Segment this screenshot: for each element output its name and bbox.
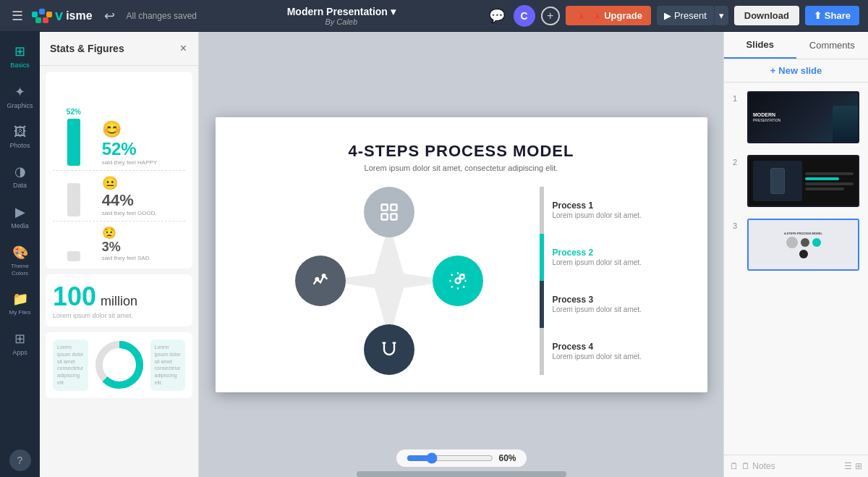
sidebar-item-media[interactable]: ▶ Media [2,198,38,236]
slide-preview-1[interactable]: MODERN PRESENTATION [747,91,859,143]
present-dropdown-button[interactable]: ▾ [714,6,728,25]
add-collaborator-button[interactable]: + [541,7,560,25]
saved-status: All changes saved [127,11,197,21]
topbar-center: Modern Presentation ▾ By Caleb [204,6,479,26]
list-view-button[interactable]: ☰ [844,461,852,471]
panel-header: Stats & Figures × [40,32,198,66]
new-slide-button[interactable]: + New slide [724,59,868,83]
svg-rect-10 [381,214,387,219]
process-item-4[interactable]: Process 4 Lorem ipsum dolor sit amet. [553,339,690,363]
help-button[interactable]: ? [9,449,31,471]
circle-right[interactable] [433,256,483,306]
stat-percent-happy-text: 52% [102,139,185,159]
neutral-icon: 😐 [102,175,185,191]
share-icon: ⬆ [814,10,822,21]
process-title-3: Process 3 [553,295,690,305]
apps-icon: ⊞ [14,331,25,347]
svg-point-14 [455,278,460,283]
sad-icon: 😟 [102,226,185,240]
slides-tabs: Slides Comments [724,32,868,59]
view-toggle: ☰ ⊞ [844,461,862,471]
stat-label-good: said they feel GOOD. [102,210,185,216]
sidebar-item-basics[interactable]: ⊞ Basics [2,38,38,75]
sidebar-item-theme-colors[interactable]: 🎨 Theme Colors [2,239,38,282]
presentation-title[interactable]: Modern Presentation ▾ [287,6,396,17]
logo: visme [32,7,93,24]
svg-point-12 [315,277,318,280]
process-circles [233,187,545,375]
notes-button[interactable]: 🗒 🗒 Notes [730,461,775,471]
slide-canvas[interactable]: 4-STEPS PROCESS MODEL Lorem ipsum dolor … [216,117,707,392]
data-icon: ◑ [14,164,26,180]
canvas-area: 4-STEPS PROCESS MODEL Lorem ipsum dolor … [199,32,723,477]
circle-bottom[interactable] [364,324,414,375]
notes-label: 🗒 Notes [741,461,775,471]
horizontal-scrollbar[interactable] [199,471,723,477]
slide-content: Process 1 Lorem ipsum dolor sit amet. Pr… [233,187,690,375]
process-item-3[interactable]: Process 3 Lorem ipsum dolor sit amet. [553,292,690,316]
million-card[interactable]: 100 million Lorem ipsum dolor sit amet. [46,274,192,326]
sidebar-item-photos[interactable]: 🖼 Photos [2,119,38,156]
visme-logo-icon [32,9,52,23]
happy-icon: 😊 [102,120,185,139]
gear-icon [448,271,468,291]
donut-card[interactable]: Lorem ipsum dolor sit amet consectetur a… [46,332,192,398]
svg-point-13 [322,274,325,277]
circle-top[interactable] [364,187,414,237]
chart-icon [310,271,331,291]
slide-thumb-2[interactable]: 2 [730,152,862,210]
sidebar-item-my-files[interactable]: 📁 My Files [2,285,38,322]
sidebar-item-label: Apps [12,349,27,357]
menu-button[interactable]: ☰ [9,5,26,27]
cube-icon [379,202,399,222]
process-item-2[interactable]: Process 2 Lorem ipsum dolor sit amet. [553,245,690,269]
svg-rect-2 [46,12,52,17]
slide-thumb-3[interactable]: 3 4-STEPS PROCESS MODEL [730,216,862,274]
sidebar-item-apps[interactable]: ⊞ Apps [2,325,38,363]
upgrade-icon: 🔺 [574,10,586,21]
panel-content: 52% 😊 52% said they feel HAPPY � [40,66,198,477]
stat-bar-good [67,183,80,216]
panel-title: Stats & Figures [50,43,124,54]
process-desc-4: Lorem ipsum dolor sit amet. [553,353,690,360]
theme-colors-icon: 🎨 [12,245,28,261]
process-title-4: Process 4 [553,342,690,352]
svg-rect-1 [39,9,45,14]
panel-close-button[interactable]: × [179,41,188,56]
avatar[interactable]: C [514,5,535,27]
process-item-1[interactable]: Process 1 Lorem ipsum dolor sit amet. [553,198,690,222]
share-button[interactable]: ⬆ Share [805,6,859,25]
zoom-slider[interactable] [406,452,493,464]
slide-preview-3[interactable]: 4-STEPS PROCESS MODEL [747,219,859,271]
stat-label-sad: said they feel SAD. [102,255,185,261]
svg-rect-3 [35,17,41,23]
stat-percent-sad-text: 3% [102,240,185,255]
tab-slides[interactable]: Slides [724,32,796,59]
upgrade-button[interactable]: 🔺 🔺 Upgrade [566,6,651,25]
slide-preview-2[interactable] [747,155,859,207]
sidebar-item-graphics[interactable]: ✦ Graphics [2,78,38,116]
grid-view-button[interactable]: ⊞ [855,461,862,471]
slide-thumb-1[interactable]: 1 MODERN PRESENTATION [730,88,862,146]
million-word: million [101,294,137,309]
process-desc-2: Lorem ipsum dolor sit amet. [553,258,690,266]
comment-button[interactable]: 💬 [486,5,508,27]
undo-button[interactable]: ↩ [101,5,118,27]
stat-bar-sad [67,251,80,261]
stat-bar-happy [67,119,80,166]
slide-preview-inner-1: MODERN PRESENTATION [749,93,858,142]
slide-title: 4-STEPS PROCESS MODEL [349,142,574,161]
circle-left[interactable] [295,256,346,306]
tab-comments[interactable]: Comments [796,32,869,59]
sidebar-item-label: Photos [9,142,30,150]
present-button[interactable]: ▶ Present [657,6,714,25]
slide-preview-inner-2 [749,156,858,206]
graphics-icon: ✦ [14,84,25,100]
sidebar-item-data[interactable]: ◑ Data [2,158,38,195]
slides-list: 1 MODERN PRESENTATION 2 [724,83,868,455]
process-desc-1: Lorem ipsum dolor sit amet. [553,211,690,219]
magnet-icon [379,339,399,360]
stat-card-emotions[interactable]: 52% 😊 52% said they feel HAPPY � [46,72,192,269]
download-button[interactable]: Download [734,6,799,25]
plus-icon: + [770,65,776,76]
